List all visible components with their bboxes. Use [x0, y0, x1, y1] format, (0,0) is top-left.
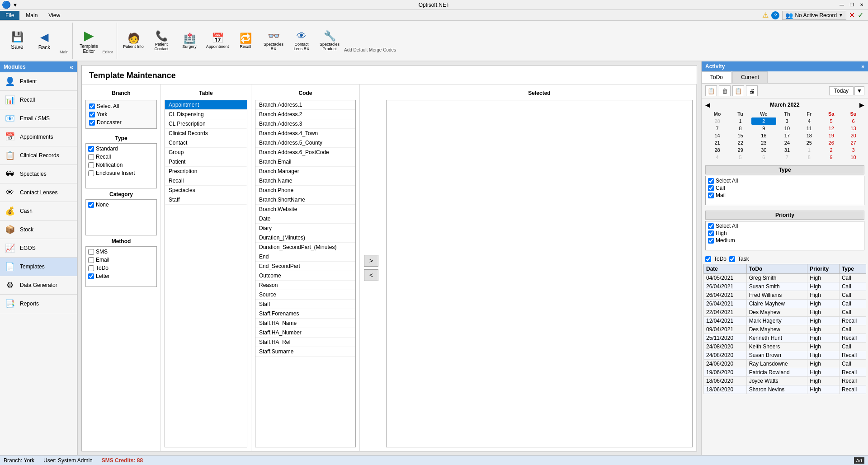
- code-list[interactable]: Branch.Address.1 Branch.Address.2 Branch…: [255, 100, 355, 447]
- method-todo[interactable]: ToDo: [87, 264, 156, 272]
- calendar-day[interactable]: 30: [751, 146, 776, 154]
- view-menu[interactable]: View: [43, 11, 66, 20]
- minimize-btn[interactable]: —: [837, 1, 846, 9]
- method-sms[interactable]: SMS: [87, 248, 156, 256]
- code-item[interactable]: Branch.ShortName: [255, 195, 355, 205]
- table-row[interactable]: 19/06/2020Patricia RowlandHighRecall: [704, 368, 866, 377]
- priority-filter-high[interactable]: High: [707, 230, 863, 237]
- sidebar-item-email-sms[interactable]: 📧 Email / SMS: [0, 109, 77, 128]
- calendar-day[interactable]: 7: [705, 125, 729, 132]
- sidebar-item-templates[interactable]: 📄 Templates: [0, 258, 77, 276]
- calendar-day[interactable]: 2: [820, 146, 842, 154]
- spectacles-product-button[interactable]: 🔧 Spectacles Product: [316, 24, 343, 57]
- table-item-cl-prescription[interactable]: CL Prescription: [165, 119, 247, 129]
- sidebar-item-egos[interactable]: 📈 EGOS: [0, 239, 77, 258]
- close-record-btn[interactable]: ✕: [849, 11, 855, 19]
- type-filter-call[interactable]: Call: [707, 184, 863, 192]
- tab-todo[interactable]: ToDo: [702, 71, 731, 83]
- sidebar-collapse-btn[interactable]: «: [70, 63, 73, 70]
- table-item-contact[interactable]: Contact: [165, 138, 247, 148]
- table-item-recall[interactable]: Recall: [165, 176, 247, 186]
- code-item[interactable]: Branch.Address.1: [255, 100, 355, 110]
- calendar-day[interactable]: 6: [751, 154, 776, 161]
- calendar-day[interactable]: 2: [751, 117, 776, 125]
- calendar-next-btn[interactable]: ▶: [859, 101, 864, 108]
- code-item[interactable]: Staff.HA_Name: [255, 319, 355, 328]
- type-filter-select-all[interactable]: Select All: [707, 177, 863, 184]
- calendar-day[interactable]: 7: [776, 154, 798, 161]
- calendar-day[interactable]: 31: [776, 146, 798, 154]
- calendar-day[interactable]: 11: [798, 125, 820, 132]
- back-button[interactable]: ◀ Back: [31, 24, 58, 57]
- calendar-day[interactable]: 10: [842, 154, 864, 161]
- branch-york[interactable]: York: [88, 110, 155, 118]
- table-row[interactable]: 12/04/2021Mark HagertyHighRecall: [704, 317, 866, 325]
- type-list[interactable]: Standard Recall Notification Enclosure I…: [85, 143, 157, 188]
- activity-copy-btn[interactable]: 📋: [705, 85, 717, 96]
- activity-paste-btn[interactable]: 📋: [732, 85, 744, 96]
- calendar-day[interactable]: 9: [820, 154, 842, 161]
- calendar-day[interactable]: 1: [798, 146, 820, 154]
- code-item[interactable]: Duration_SecondPart_(Minutes): [255, 243, 355, 252]
- category-none[interactable]: None: [87, 201, 156, 209]
- calendar-day[interactable]: 28: [705, 146, 729, 154]
- calendar-day[interactable]: 19: [820, 132, 842, 139]
- table-row[interactable]: 22/04/2021Des MayhewHighCall: [704, 308, 866, 317]
- table-item-staff[interactable]: Staff: [165, 195, 247, 205]
- save-button[interactable]: 💾 Save: [4, 24, 31, 57]
- code-item[interactable]: Branch.Address.4_Town: [255, 129, 355, 138]
- patient-info-button[interactable]: 🧑 Patient Info: [120, 24, 147, 57]
- calendar-day[interactable]: 9: [751, 125, 776, 132]
- calendar-day[interactable]: 24: [776, 139, 798, 146]
- table-row[interactable]: 04/05/2021Greg SmithHighCall: [704, 274, 866, 282]
- file-menu[interactable]: File: [0, 11, 19, 20]
- code-item[interactable]: Branch.Address.5_County: [255, 138, 355, 148]
- code-item[interactable]: Duration_(Minutes): [255, 233, 355, 243]
- no-active-record[interactable]: 👥 No Active Record ▼: [782, 11, 846, 20]
- table-item-cl-dispensing[interactable]: CL Dispensing: [165, 110, 247, 119]
- restore-btn[interactable]: ❐: [847, 1, 856, 9]
- calendar-day[interactable]: 29: [729, 146, 751, 154]
- table-list[interactable]: Appointment CL Dispensing CL Prescriptio…: [165, 100, 247, 447]
- sidebar-item-reports[interactable]: 📑 Reports: [0, 295, 77, 313]
- code-item[interactable]: Staff.HA_Number: [255, 328, 355, 338]
- priority-filter-medium[interactable]: Medium: [707, 237, 863, 244]
- spectacles-rx-button[interactable]: 👓 Spectacles RX: [260, 24, 287, 57]
- type-recall[interactable]: Recall: [87, 153, 156, 161]
- table-row[interactable]: 18/06/2020Joyce WattsHighRecall: [704, 377, 866, 385]
- calendar-day[interactable]: 23: [751, 139, 776, 146]
- category-list[interactable]: None: [85, 199, 157, 235]
- task-checkbox[interactable]: [729, 256, 735, 262]
- calendar-day[interactable]: 8: [798, 154, 820, 161]
- type-filter-mail[interactable]: Mail: [707, 192, 863, 199]
- table-row[interactable]: 18/06/2020Sharon NevinsHighRecall: [704, 385, 866, 394]
- code-item[interactable]: End_SecondPart: [255, 262, 355, 271]
- contact-lens-rx-button[interactable]: 👁 Contact Lens RX: [288, 24, 315, 57]
- priority-filter-select-all[interactable]: Select All: [707, 222, 863, 230]
- method-letter[interactable]: Letter: [87, 272, 156, 280]
- table-row[interactable]: 26/04/2021Susan SmithHighCall: [704, 282, 866, 291]
- template-editor-button[interactable]: ▶ Template Editor: [75, 24, 103, 57]
- activity-print-btn[interactable]: 🖨: [746, 85, 758, 96]
- calendar-day[interactable]: 17: [776, 132, 798, 139]
- calendar-day[interactable]: 15: [729, 132, 751, 139]
- calendar-day[interactable]: 28: [705, 117, 729, 125]
- check-record-btn[interactable]: ✓: [858, 11, 863, 19]
- type-standard[interactable]: Standard: [87, 145, 156, 153]
- main-menu[interactable]: Main: [20, 11, 43, 20]
- calendar-day[interactable]: 27: [842, 139, 864, 146]
- code-item[interactable]: Branch.Email: [255, 157, 355, 167]
- table-row[interactable]: 25/11/2020Kenneth HuntHighRecall: [704, 334, 866, 343]
- sidebar-item-data-generator[interactable]: ⚙ Data Generator: [0, 276, 77, 295]
- calendar-day[interactable]: 25: [798, 139, 820, 146]
- calendar-day[interactable]: 8: [729, 125, 751, 132]
- calendar-day[interactable]: 5: [820, 117, 842, 125]
- code-item[interactable]: Staff.Surname: [255, 347, 355, 357]
- calendar-day[interactable]: 3: [776, 117, 798, 125]
- calendar-prev-btn[interactable]: ◀: [705, 101, 710, 108]
- sidebar-item-recall[interactable]: 📊 Recall: [0, 91, 77, 109]
- code-item[interactable]: Reason: [255, 281, 355, 290]
- calendar-day[interactable]: 26: [820, 139, 842, 146]
- table-item-clinical-records[interactable]: Clinical Records: [165, 129, 247, 138]
- activity-delete-btn[interactable]: 🗑: [719, 85, 731, 96]
